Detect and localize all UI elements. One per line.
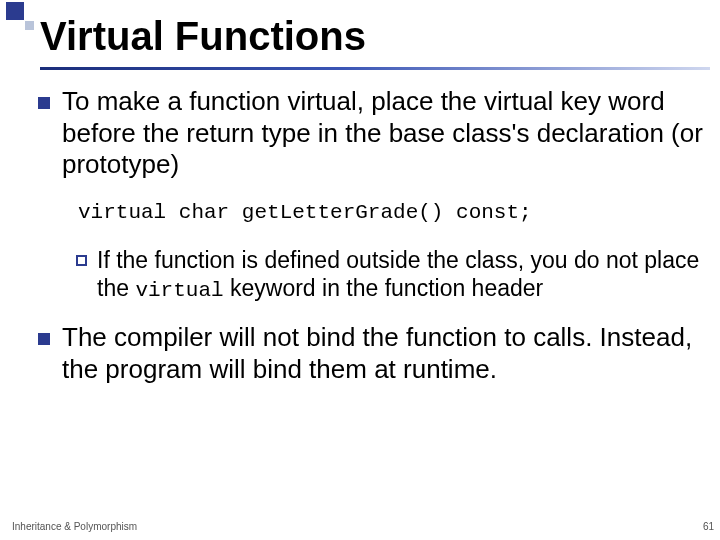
page-number: 61 (703, 521, 714, 532)
bullet-marker-icon (38, 333, 50, 345)
sub1-suffix: keyword in the function header (224, 275, 544, 301)
corner-decoration (0, 0, 40, 40)
slide-title: Virtual Functions (40, 14, 710, 65)
sub-bullet-text-1: If the function is defined outside the c… (97, 246, 704, 304)
bullet-text-1: To make a function virtual, place the vi… (62, 86, 704, 181)
bullet-item-2: The compiler will not bind the function … (38, 322, 704, 385)
slide-content: To make a function virtual, place the vi… (38, 86, 704, 403)
footer-topic: Inheritance & Polymorphism (12, 521, 137, 532)
title-area: Virtual Functions (40, 14, 710, 70)
bullet-text-2: The compiler will not bind the function … (62, 322, 704, 385)
bullet-item-1: To make a function virtual, place the vi… (38, 86, 704, 181)
decoration-square-large (6, 2, 24, 20)
sub1-inline-code: virtual (135, 279, 223, 302)
sub-bullet-item-1: If the function is defined outside the c… (76, 246, 704, 304)
code-sample: virtual char getLetterGrade() const; (78, 201, 704, 224)
sub-bullet-marker-icon (76, 255, 87, 266)
title-underline (40, 67, 710, 70)
decoration-square-small (25, 21, 34, 30)
bullet-marker-icon (38, 97, 50, 109)
